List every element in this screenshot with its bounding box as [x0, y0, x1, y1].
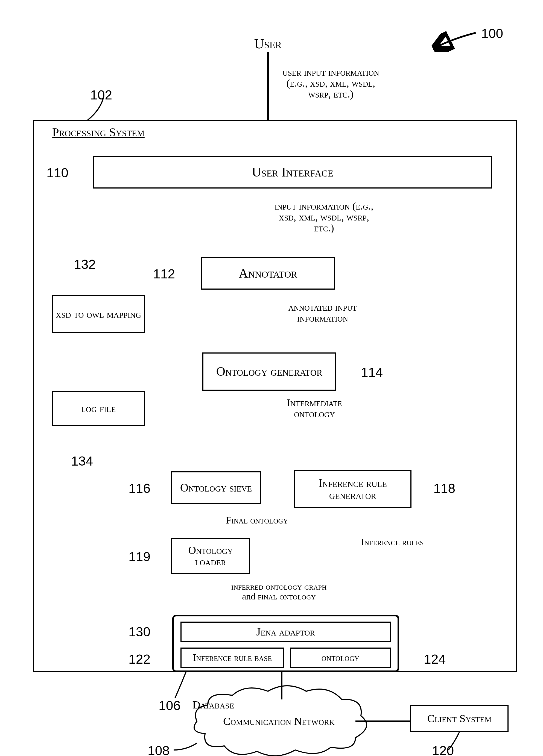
ontology-sieve-box: Ontology sieve [171, 471, 261, 504]
final-ontology-annotation: Final ontology [216, 512, 298, 529]
inference-rules-annotation: Inference rules [358, 527, 427, 557]
user-input-annotation: user input information (e.g., xsd, xml, … [276, 59, 386, 108]
ref-112: 112 [153, 266, 175, 281]
ref-114: 114 [361, 365, 383, 380]
ref-120: 120 [432, 743, 454, 756]
ref-122: 122 [128, 652, 150, 667]
ref-108: 108 [148, 743, 169, 756]
ref-132: 132 [74, 257, 96, 272]
inference-rule-base-box: Inference rule base [180, 648, 285, 668]
ontology-box: ontology [290, 648, 391, 668]
ontology-generator-box: Ontology generator [202, 352, 336, 391]
xsd-to-owl-box: xsd to owl mapping [52, 295, 145, 333]
ontology-loader-box: Ontology loader [171, 538, 250, 574]
ref-102: 102 [90, 87, 112, 102]
ref-106: 106 [158, 698, 180, 713]
diagram-canvas: User user input information (e.g., xsd, … [0, 0, 543, 756]
ref-110: 110 [46, 165, 68, 180]
processing-system-title: Processing System [41, 126, 156, 139]
inferred-graph-annotation: inferred ontology graphand final ontolog… [216, 578, 342, 605]
annotator-box: Annotator [201, 257, 335, 290]
communication-network-label: Communication Network [208, 713, 350, 729]
ref-100: 100 [481, 26, 503, 41]
client-system-box: Client System [410, 705, 509, 732]
log-file-box: log file [52, 391, 145, 426]
user-label: User [240, 36, 295, 52]
ref-134: 134 [71, 454, 93, 469]
ref-124: 124 [424, 652, 446, 667]
intermediate-ontology-annotation: Intermediate ontology [274, 393, 356, 423]
ref-118: 118 [433, 481, 455, 496]
annotated-input-annotation: annotated input information [274, 298, 372, 328]
input-info-annotation: input information (e.g., xsd, xml, wsdl,… [274, 194, 375, 240]
inference-rule-generator-box: Inference rule generator [294, 470, 412, 508]
user-interface-box: User Interface [93, 156, 492, 189]
database-label: Database [183, 698, 243, 712]
ref-130: 130 [128, 624, 150, 639]
jena-adaptor-box: Jena adaptor [180, 622, 391, 642]
ref-116: 116 [128, 481, 150, 496]
ref-119: 119 [128, 549, 150, 564]
